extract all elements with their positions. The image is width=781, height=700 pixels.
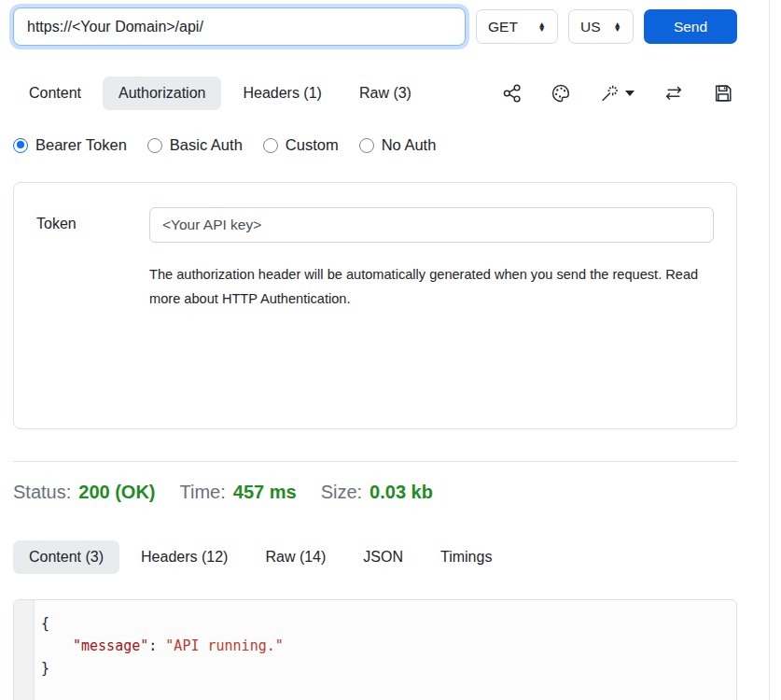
radio-custom[interactable]: Custom	[263, 136, 339, 154]
radio-bearer-token[interactable]: Bearer Token	[13, 136, 127, 154]
radio-label: Basic Auth	[170, 136, 243, 154]
response-body-viewer: { "message": "API running." }	[13, 599, 737, 700]
updown-arrows-icon: ▲▼	[614, 22, 621, 31]
radio-label: No Auth	[382, 136, 437, 154]
status-value: 200 (OK)	[78, 482, 155, 503]
tab-authorization[interactable]: Authorization	[103, 77, 221, 110]
send-button[interactable]: Send	[644, 9, 737, 44]
request-tab-row: Content Authorization Headers (1) Raw (3…	[13, 77, 737, 110]
json-key: "message"	[73, 637, 148, 654]
response-tab-row: Content (3) Headers (12) Raw (14) JSON T…	[13, 540, 737, 574]
layout-column-divider	[769, 0, 770, 700]
tab-response-timings[interactable]: Timings	[425, 540, 508, 574]
size-value: 0.03 kb	[370, 482, 433, 503]
updown-arrows-icon: ▲▼	[538, 22, 546, 31]
code-gutter	[14, 600, 35, 700]
share-nodes-icon[interactable]	[502, 83, 523, 104]
tab-headers[interactable]: Headers (1)	[227, 77, 337, 110]
tab-response-content[interactable]: Content (3)	[13, 540, 119, 574]
tab-response-headers[interactable]: Headers (12)	[125, 540, 244, 574]
bearer-token-panel: Token The authorization header will be a…	[13, 182, 737, 429]
tab-raw[interactable]: Raw (3)	[343, 77, 427, 110]
time-value: 457 ms	[233, 482, 297, 503]
size-label: Size:	[321, 482, 362, 503]
color-palette-icon[interactable]	[551, 83, 571, 104]
response-json-code[interactable]: { "message": "API running." }	[35, 600, 736, 700]
radio-label: Custom	[286, 136, 339, 154]
radio-unselected-icon	[263, 138, 278, 153]
radio-unselected-icon	[147, 138, 162, 153]
time-label: Time:	[180, 482, 226, 503]
tab-content[interactable]: Content	[13, 77, 97, 110]
method-value: GET	[488, 19, 518, 35]
json-separator: :	[148, 637, 165, 654]
status-label: Status:	[13, 482, 71, 503]
json-open-brace: {	[41, 615, 49, 632]
radio-selected-icon	[13, 138, 28, 153]
token-label: Token	[36, 207, 149, 404]
response-status-row: Status: 200 (OK) Time: 457 ms Size: 0.03…	[13, 482, 737, 503]
request-tabs: Content Authorization Headers (1) Raw (3…	[13, 77, 433, 110]
radio-basic-auth[interactable]: Basic Auth	[147, 136, 243, 154]
region-value: US	[580, 19, 601, 35]
method-select[interactable]: GET ▲▼	[476, 9, 558, 44]
auth-type-options: Bearer Token Basic Auth Custom No Auth	[13, 136, 737, 154]
region-select[interactable]: US ▲▼	[568, 9, 634, 44]
radio-no-auth[interactable]: No Auth	[359, 136, 437, 154]
url-input[interactable]	[13, 7, 466, 46]
token-input[interactable]	[149, 207, 714, 243]
reqbin-api-client: GET ▲▼ US ▲▼ Send Content Authorization …	[0, 0, 781, 700]
token-help-text: The authorization header will be automat…	[149, 263, 714, 311]
section-divider	[13, 461, 737, 462]
radio-label: Bearer Token	[35, 136, 127, 154]
magic-wand-menu-icon[interactable]	[599, 83, 635, 104]
request-bar: GET ▲▼ US ▲▼ Send	[13, 7, 737, 46]
tab-response-json[interactable]: JSON	[347, 540, 419, 574]
json-string-value: "API running."	[165, 637, 283, 654]
toolbar-icons	[502, 83, 737, 104]
tab-response-raw[interactable]: Raw (14)	[249, 540, 342, 574]
chevron-down-icon	[625, 91, 635, 96]
swap-arrows-icon[interactable]	[662, 83, 685, 104]
save-floppy-icon[interactable]	[713, 83, 733, 104]
json-close-brace: }	[41, 660, 49, 677]
radio-unselected-icon	[359, 138, 374, 153]
